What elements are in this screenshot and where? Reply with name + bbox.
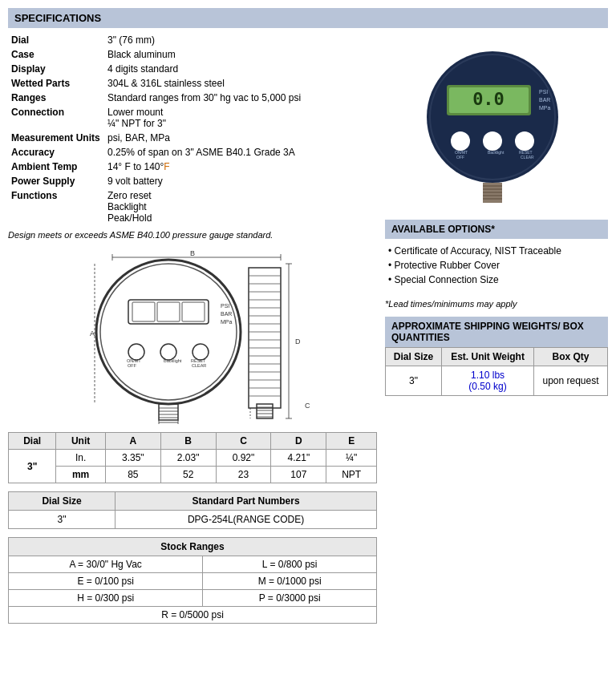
- temp-unit: F: [164, 161, 169, 172]
- dim-c-in: 0.92": [216, 450, 271, 467]
- spec-row-ranges: Ranges Standard ranges from 30" hg vac t…: [8, 91, 377, 105]
- available-options-header: AVAILABLE OPTIONS*: [385, 220, 608, 239]
- svg-point-69: [483, 131, 502, 151]
- shipping-qty: upon request: [534, 366, 608, 396]
- spec-label-units: Measurement Units: [8, 131, 104, 145]
- dim-b-mm: 52: [160, 467, 216, 483]
- dim-dial-in: 3": [9, 450, 56, 483]
- option-item-3: Special Connection Size: [388, 273, 605, 287]
- spec-row-functions: Functions Zero reset Backlight Peak/Hold: [8, 188, 377, 225]
- connection-line2: ¼" NPT for 3": [107, 118, 166, 129]
- option-item-2: Protective Rubber Cover: [388, 258, 605, 273]
- svg-text:BAR: BAR: [539, 97, 550, 103]
- shipping-table: Dial Size Est. Unit Weight Box Qty 3" 1.…: [385, 347, 608, 396]
- gauge-image-area: 0.0 PSI BAR MPa ON/MT OFF Backlight RESE…: [385, 49, 608, 208]
- stock-code-h: H = 0/300 psi: [9, 590, 203, 607]
- svg-text:BAR: BAR: [221, 311, 232, 317]
- part-number: DPG-254L(RANGE CODE): [116, 511, 377, 529]
- weight-lbs: 1.10 lbs: [471, 370, 505, 381]
- spec-label-case: Case: [8, 47, 104, 62]
- spec-value-case: Black aluminum: [104, 47, 377, 62]
- page-container: SPECIFICATIONS Dial 3" (76 mm) Case Blac…: [8, 8, 608, 624]
- spec-value-power: 9 volt battery: [104, 174, 377, 188]
- svg-text:A: A: [90, 329, 95, 337]
- dim-header-c: C: [216, 433, 271, 450]
- stock-code-a: A = 30/0" Hg Vac: [9, 556, 203, 573]
- stock-row-3: H = 0/300 psi P = 0/3000 psi: [9, 590, 377, 607]
- options-list: Certificate of Accuracy, NIST Traceable …: [385, 244, 608, 287]
- spec-row-case: Case Black aluminum: [8, 47, 377, 62]
- part-dial-size: 3": [9, 511, 116, 529]
- spec-value-display: 4 digits standard: [104, 62, 377, 76]
- spec-row-dial: Dial 3" (76 mm): [8, 33, 377, 47]
- spec-value-dial: 3" (76 mm): [104, 33, 377, 47]
- svg-text:CLEAR: CLEAR: [521, 155, 534, 160]
- svg-text:CLEAR: CLEAR: [192, 363, 206, 368]
- shipping-col-weight: Est. Unit Weight: [442, 348, 534, 366]
- function-2: Backlight: [107, 201, 147, 212]
- stock-row-2: E = 0/100 psi M = 0/1000 psi: [9, 573, 377, 590]
- spec-value-accuracy: 0.25% of span on 3" ASME B40.1 Grade 3A: [104, 145, 377, 160]
- spec-value-temp: 14° F to 140°F: [104, 160, 377, 174]
- dim-header-unit: Unit: [56, 433, 106, 450]
- dim-row-inches: 3" In. 3.35" 2.03" 0.92" 4.21" ¼": [9, 450, 377, 467]
- connection-line1: Lower mount: [107, 107, 163, 118]
- svg-text:Backlight: Backlight: [164, 358, 182, 363]
- part-header-number: Standard Part Numbers: [116, 492, 377, 511]
- gauge-diagram-svg: PSI BAR MPa ON/MT OFF Backlight RESET CL…: [40, 248, 345, 424]
- spec-label-temp: Ambient Temp: [8, 160, 104, 174]
- dim-header-e: E: [326, 433, 377, 450]
- box-qty: upon request: [542, 375, 598, 386]
- spec-label-power: Power Supply: [8, 174, 104, 188]
- option-item-1: Certificate of Accuracy, NIST Traceable: [388, 244, 605, 258]
- spec-label-functions: Functions: [8, 188, 104, 225]
- shipping-col-qty: Box Qty: [534, 348, 608, 366]
- stock-row-4: R = 0/5000 psi: [9, 607, 377, 624]
- dim-header-a: A: [105, 433, 160, 450]
- spec-label-wetted: Wetted Parts: [8, 76, 104, 91]
- weight-kg: (0.50 kg): [468, 381, 506, 392]
- dim-e-mm: NPT: [326, 467, 377, 483]
- svg-point-10: [160, 344, 176, 360]
- design-note: Design meets or exceeds ASME B40.100 pre…: [8, 230, 377, 240]
- spec-row-power: Power Supply 9 volt battery: [8, 174, 377, 188]
- spec-label-display: Display: [8, 62, 104, 76]
- svg-text:Backlight: Backlight: [488, 150, 505, 155]
- dim-e-in: ¼": [326, 450, 377, 467]
- svg-point-70: [515, 131, 534, 151]
- stock-code-r: R = 0/5000 psi: [9, 607, 377, 624]
- spec-value-connection: Lower mount ¼" NPT for 3": [104, 105, 377, 131]
- right-column: 0.0 PSI BAR MPa ON/MT OFF Backlight RESE…: [385, 33, 608, 624]
- svg-text:0.0: 0.0: [472, 89, 505, 109]
- dim-a-mm: 85: [105, 467, 160, 483]
- dim-header-row: Dial Unit A B C D E: [9, 433, 377, 450]
- part-header-dial: Dial Size: [9, 492, 116, 511]
- function-3: Peak/Hold: [107, 212, 152, 224]
- dim-header-d: D: [271, 433, 326, 450]
- svg-text:C: C: [305, 402, 310, 410]
- stock-code-e: E = 0/100 psi: [9, 573, 203, 590]
- dim-d-mm: 107: [271, 467, 326, 483]
- svg-rect-22: [249, 268, 281, 408]
- shipping-data-row: 3" 1.10 lbs (0.50 kg) upon request: [386, 366, 608, 396]
- shipping-header: APPROXIMATE SHIPPING WEIGHTS/ BOX QUANTI…: [385, 317, 608, 347]
- spec-value-wetted: 304L & 316L stainless steel: [104, 76, 377, 91]
- svg-point-0: [96, 260, 241, 404]
- temp-value: 14° F to 140°: [107, 161, 164, 172]
- spec-label-ranges: Ranges: [8, 91, 104, 105]
- svg-text:MPa: MPa: [539, 105, 551, 111]
- spec-row-accuracy: Accuracy 0.25% of span on 3" ASME B40.1 …: [8, 145, 377, 160]
- spec-row-display: Display 4 digits standard: [8, 62, 377, 76]
- svg-rect-3: [132, 302, 155, 321]
- function-1: Zero reset: [107, 190, 152, 201]
- shipping-dial: 3": [386, 366, 442, 396]
- spec-label-connection: Connection: [8, 105, 104, 131]
- part-numbers-table: Dial Size Standard Part Numbers 3" DPG-2…: [8, 491, 377, 529]
- svg-text:OFF: OFF: [456, 155, 464, 160]
- dim-unit-mm: mm: [56, 467, 106, 483]
- svg-point-68: [451, 131, 470, 151]
- lead-note: *Lead times/minimums may apply: [385, 299, 608, 309]
- svg-rect-39: [257, 404, 273, 418]
- spec-row-connection: Connection Lower mount ¼" NPT for 3": [8, 105, 377, 131]
- spec-row-units: Measurement Units psi, BAR, MPa: [8, 131, 377, 145]
